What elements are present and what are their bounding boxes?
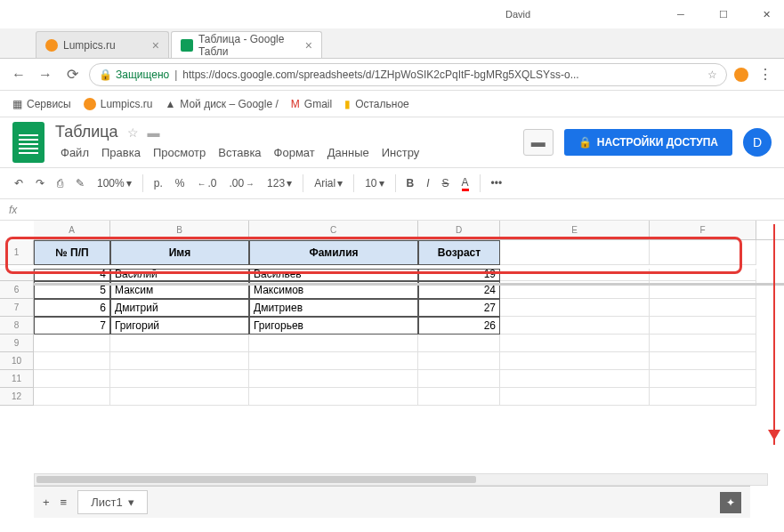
menu-edit[interactable]: Правка <box>96 143 146 162</box>
cell[interactable]: Григорьев <box>249 317 418 335</box>
chevron-down-icon[interactable]: ▾ <box>128 496 134 509</box>
cell[interactable] <box>650 370 756 388</box>
folder-icon[interactable]: ▬ <box>148 125 160 140</box>
reload-button[interactable]: ⟳ <box>62 65 82 85</box>
col-header[interactable]: F <box>650 221 756 239</box>
cell[interactable] <box>418 370 500 388</box>
font-size-select[interactable]: 10 ▾ <box>360 173 389 193</box>
spreadsheet-grid[interactable]: A B C D E F 1 № П/П Имя Фамилия Возраст … <box>0 221 784 452</box>
cell[interactable] <box>500 240 650 265</box>
formula-bar[interactable]: fx <box>0 199 784 221</box>
row-header[interactable]: 10 <box>0 352 34 370</box>
cell[interactable]: Василий <box>110 269 249 281</box>
menu-data[interactable]: Данные <box>322 143 375 162</box>
bookmark-other[interactable]: ▮Остальное <box>344 98 409 110</box>
url-bar[interactable]: 🔒 Защищено | https://docs.google.com/spr… <box>89 63 727 86</box>
cell[interactable] <box>650 317 756 335</box>
format-select[interactable]: 123 ▾ <box>262 173 297 193</box>
close-button[interactable]: ✕ <box>756 4 777 25</box>
cell[interactable] <box>500 299 650 317</box>
cell[interactable]: Дмитрий <box>110 299 249 317</box>
comments-button[interactable]: ▬ <box>523 129 554 156</box>
header-cell-surname[interactable]: Фамилия <box>249 240 418 265</box>
cell[interactable] <box>650 269 756 281</box>
back-button[interactable]: ← <box>9 65 28 85</box>
italic-button[interactable]: I <box>421 173 434 193</box>
menu-tools[interactable]: Инстру <box>376 143 425 162</box>
cell[interactable] <box>650 335 756 352</box>
cell[interactable] <box>418 335 500 352</box>
row-header[interactable]: 6 <box>0 281 34 299</box>
cell[interactable] <box>500 370 650 388</box>
cell[interactable]: 26 <box>418 317 500 335</box>
bookmark-drive[interactable]: ▲Мой диск – Google / <box>165 98 278 110</box>
cell[interactable]: Григорий <box>110 317 249 335</box>
bold-button[interactable]: B <box>401 173 420 193</box>
star-icon[interactable]: ☆ <box>707 69 717 81</box>
col-header[interactable]: B <box>110 221 249 239</box>
cell[interactable] <box>650 352 756 370</box>
document-title[interactable]: Таблица <box>55 123 118 141</box>
header-cell-num[interactable]: № П/П <box>34 240 110 265</box>
cell[interactable] <box>110 370 249 388</box>
cell[interactable] <box>500 335 650 352</box>
horizontal-scrollbar[interactable] <box>34 473 768 486</box>
cell[interactable] <box>34 370 110 388</box>
font-select[interactable]: Arial ▾ <box>309 173 348 193</box>
menu-insert[interactable]: Вставка <box>213 143 266 162</box>
menu-format[interactable]: Формат <box>269 143 320 162</box>
cell[interactable] <box>500 269 650 281</box>
currency-button[interactable]: р. <box>149 173 168 193</box>
col-header[interactable]: C <box>249 221 418 239</box>
cell[interactable] <box>110 388 249 406</box>
decrease-decimal-button[interactable]: ←.0 <box>191 173 222 193</box>
browser-tab-lumpics[interactable]: Lumpics.ru × <box>36 31 169 58</box>
menu-file[interactable]: Файл <box>55 143 94 162</box>
extension-icon[interactable] <box>734 68 748 82</box>
cell[interactable] <box>34 352 110 370</box>
bookmark-lumpics[interactable]: Lumpics.ru <box>84 98 153 110</box>
strike-button[interactable]: S <box>437 173 455 193</box>
header-cell-age[interactable]: Возраст <box>418 240 500 265</box>
cell[interactable] <box>650 299 756 317</box>
minimize-button[interactable]: ─ <box>670 4 691 25</box>
row-header[interactable]: 12 <box>0 388 34 406</box>
cell[interactable] <box>418 352 500 370</box>
browser-tab-sheets[interactable]: Таблица - Google Табли × <box>171 31 322 58</box>
col-header[interactable]: D <box>418 221 500 239</box>
close-icon[interactable]: × <box>152 38 159 52</box>
cell[interactable] <box>249 335 418 352</box>
cell[interactable] <box>110 335 249 352</box>
percent-button[interactable]: % <box>170 173 190 193</box>
maximize-button[interactable]: ☐ <box>713 4 734 25</box>
col-header[interactable]: E <box>500 221 650 239</box>
cell[interactable]: 4 <box>34 269 110 281</box>
undo-button[interactable]: ↶ <box>9 173 28 193</box>
cell[interactable] <box>249 388 418 406</box>
cell[interactable]: 6 <box>34 299 110 317</box>
cell[interactable]: Дмитриев <box>249 299 418 317</box>
cell[interactable] <box>418 388 500 406</box>
apps-button[interactable]: ▦Сервисы <box>12 98 71 110</box>
menu-button[interactable]: ⋮ <box>756 65 775 85</box>
cell[interactable] <box>34 388 110 406</box>
close-icon[interactable]: × <box>305 38 312 52</box>
cell[interactable] <box>249 370 418 388</box>
row-header[interactable]: 1 <box>0 240 34 265</box>
cell[interactable] <box>500 388 650 406</box>
explore-button[interactable]: ✦ <box>720 492 741 513</box>
cell[interactable] <box>500 317 650 335</box>
zoom-select[interactable]: 100% ▾ <box>92 173 137 193</box>
add-sheet-button[interactable]: + <box>43 496 50 509</box>
cell[interactable] <box>110 352 249 370</box>
frozen-divider[interactable] <box>34 283 784 286</box>
header-cell-name[interactable]: Имя <box>110 240 249 265</box>
cell[interactable]: 27 <box>418 299 500 317</box>
cell[interactable] <box>650 388 756 406</box>
sheets-logo-icon[interactable] <box>12 122 44 163</box>
row-header[interactable]: 9 <box>0 335 34 352</box>
redo-button[interactable]: ↷ <box>30 173 50 193</box>
row-header[interactable]: 11 <box>0 370 34 388</box>
col-header[interactable]: A <box>34 221 110 239</box>
cell[interactable] <box>249 352 418 370</box>
